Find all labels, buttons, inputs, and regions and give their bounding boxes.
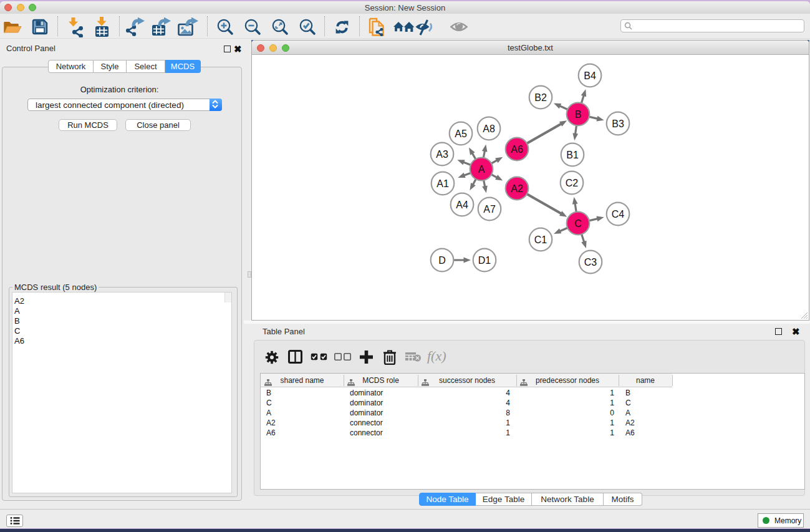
svg-text:C4: C4: [612, 209, 625, 220]
svg-text:A3: A3: [436, 149, 448, 160]
svg-text:A2: A2: [511, 183, 523, 194]
svg-text:D1: D1: [478, 255, 491, 266]
svg-text:A7: A7: [483, 204, 496, 215]
svg-text:B: B: [575, 109, 582, 120]
svg-text:B2: B2: [534, 92, 547, 103]
svg-text:D: D: [438, 255, 446, 266]
svg-text:A4: A4: [456, 200, 468, 210]
svg-text:B1: B1: [566, 150, 579, 160]
svg-text:B3: B3: [612, 118, 624, 129]
svg-text:C2: C2: [566, 178, 579, 188]
svg-text:C: C: [574, 218, 582, 229]
svg-text:A1: A1: [436, 178, 449, 189]
svg-text:C1: C1: [534, 235, 547, 245]
svg-text:A5: A5: [455, 128, 467, 139]
svg-text:A6: A6: [511, 144, 523, 155]
svg-text:A: A: [478, 164, 485, 175]
svg-text:A8: A8: [483, 123, 495, 134]
svg-text:B4: B4: [584, 70, 596, 81]
svg-text:C3: C3: [584, 257, 597, 268]
